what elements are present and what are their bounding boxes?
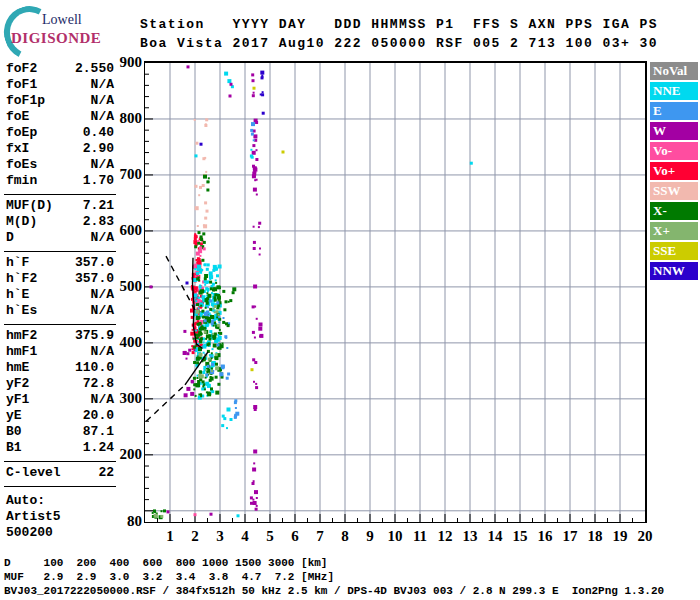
y-axis-tick-label: 800 bbox=[108, 110, 142, 127]
legend-item: NoVal bbox=[650, 62, 698, 80]
param-row: B11.24 bbox=[4, 440, 116, 456]
y-axis-tick-label: 400 bbox=[108, 334, 142, 351]
legend-item: Vo- bbox=[650, 142, 698, 160]
param-label: B0 bbox=[6, 424, 22, 440]
x-axis-tick-label: 15 bbox=[507, 528, 533, 545]
param-label: MUF(D) bbox=[6, 198, 53, 214]
param-panel: foF22.550foF1N/AfoF1pN/AfoEN/AfoEp0.40fx… bbox=[4, 60, 116, 541]
param-label: foE bbox=[6, 109, 29, 125]
legend-item: E bbox=[650, 102, 698, 120]
x-axis-tick-label: 1 bbox=[157, 528, 183, 545]
param-row: MUF(D)7.21 bbox=[4, 198, 116, 214]
lowell-digisonde-logo: Lowell DIGISONDE bbox=[2, 4, 132, 54]
y-axis-tick-label: 300 bbox=[108, 390, 142, 407]
param-label: hmF2 bbox=[6, 328, 37, 344]
x-axis-tick-label: 5 bbox=[257, 528, 283, 545]
param-value: 22 bbox=[98, 465, 114, 481]
legend-item: NNW bbox=[650, 262, 698, 280]
param-label: yF2 bbox=[6, 376, 29, 392]
param-row: hmF1N/A bbox=[4, 344, 116, 360]
param-group: foF22.550foF1N/AfoF1pN/AfoEN/AfoEp0.40fx… bbox=[4, 60, 116, 192]
x-axis-tick-label: 11 bbox=[407, 528, 433, 545]
param-label: h`F2 bbox=[6, 271, 37, 287]
param-label: D bbox=[6, 230, 14, 246]
param-label: foF1p bbox=[6, 93, 45, 109]
station-header: Station YYYY DAY DDD HHMMSS P1 FFS S AXN… bbox=[140, 15, 658, 53]
logo-text-lowell: Lowell bbox=[42, 12, 82, 28]
legend-item: Vo+ bbox=[650, 162, 698, 180]
ionogram-app: Lowell DIGISONDE Station YYYY DAY DDD HH… bbox=[0, 0, 700, 600]
param-row: M(D)2.83 bbox=[4, 214, 116, 230]
param-row: yF272.8 bbox=[4, 376, 116, 392]
legend-item: W bbox=[650, 122, 698, 140]
param-row: yF1N/A bbox=[4, 392, 116, 408]
param-label: h`Es bbox=[6, 303, 37, 319]
header-values-line: Boa Vista 2017 Aug10 222 050000 RSF 005 … bbox=[140, 34, 658, 53]
x-axis-tick-label: 2 bbox=[182, 528, 208, 545]
param-label: M(D) bbox=[6, 214, 37, 230]
legend-item: X+ bbox=[650, 222, 698, 240]
x-axis-tick-label: 4 bbox=[232, 528, 258, 545]
autoscaling-info: Auto:Artist5500200 bbox=[4, 493, 116, 541]
x-axis-tick-label: 12 bbox=[432, 528, 458, 545]
param-row: hmE110.0 bbox=[4, 360, 116, 376]
param-label: yE bbox=[6, 408, 22, 424]
param-value: 357.0 bbox=[75, 255, 114, 271]
param-row: foEsN/A bbox=[4, 157, 116, 173]
param-label: foF1 bbox=[6, 77, 37, 93]
y-axis-tick-label: 600 bbox=[108, 222, 142, 239]
param-row: C-level22 bbox=[4, 465, 116, 481]
param-value: N/A bbox=[91, 77, 114, 93]
legend-item: SSW bbox=[650, 182, 698, 200]
param-row: h`F357.0 bbox=[4, 255, 116, 271]
param-group: h`F357.0h`F2357.0h`EN/Ah`EsN/A bbox=[4, 251, 116, 322]
x-axis-tick-label: 17 bbox=[557, 528, 583, 545]
param-row: foF1pN/A bbox=[4, 93, 116, 109]
param-label: foF2 bbox=[6, 61, 37, 77]
param-group: C-level22 bbox=[4, 461, 116, 484]
param-row: DN/A bbox=[4, 230, 116, 246]
x-axis-tick-label: 6 bbox=[282, 528, 308, 545]
param-row: yE20.0 bbox=[4, 408, 116, 424]
param-value: 20.0 bbox=[83, 408, 114, 424]
x-axis-tick-label: 7 bbox=[307, 528, 333, 545]
x-axis-tick-label: 18 bbox=[582, 528, 608, 545]
param-value: N/A bbox=[91, 303, 114, 319]
header-columns-line: Station YYYY DAY DDD HHMMSS P1 FFS S AXN… bbox=[140, 15, 658, 34]
param-row: hmF2375.9 bbox=[4, 328, 116, 344]
legend-item: NNE bbox=[650, 82, 698, 100]
param-row: fmin1.70 bbox=[4, 173, 116, 189]
x-axis-tick-label: 20 bbox=[632, 528, 658, 545]
param-row: B087.1 bbox=[4, 424, 116, 440]
logo-text-digisonde: DIGISONDE bbox=[11, 30, 101, 47]
param-group: MUF(D)7.21M(D)2.83DN/A bbox=[4, 194, 116, 249]
param-value: N/A bbox=[91, 93, 114, 109]
x-axis-tick-label: 19 bbox=[607, 528, 633, 545]
param-label: foEp bbox=[6, 125, 37, 141]
x-axis-tick-label: 14 bbox=[482, 528, 508, 545]
x-axis-tick-label: 9 bbox=[357, 528, 383, 545]
autoscaling-line: Auto: bbox=[4, 493, 116, 509]
param-row: foF1N/A bbox=[4, 77, 116, 93]
autoscaling-line: 500200 bbox=[4, 525, 116, 541]
param-label: fxI bbox=[6, 141, 29, 157]
param-label: fmin bbox=[6, 173, 37, 189]
x-axis-tick-label: 13 bbox=[457, 528, 483, 545]
param-label: hmF1 bbox=[6, 344, 37, 360]
y-axis-tick-label: 80 bbox=[108, 513, 142, 530]
param-label: foEs bbox=[6, 157, 37, 173]
param-row: h`EN/A bbox=[4, 287, 116, 303]
y-axis-tick-label: 500 bbox=[108, 278, 142, 295]
legend-item: SSE bbox=[650, 242, 698, 260]
param-value: 87.1 bbox=[83, 424, 114, 440]
param-separator bbox=[4, 486, 116, 487]
param-label: C-level bbox=[6, 465, 61, 481]
param-row: foF22.550 bbox=[4, 61, 116, 77]
ionogram-plot bbox=[144, 61, 647, 523]
param-label: hmE bbox=[6, 360, 29, 376]
param-label: B1 bbox=[6, 440, 22, 456]
param-value: 0.40 bbox=[83, 125, 114, 141]
param-label: yF1 bbox=[6, 392, 29, 408]
muf-row: MUF 2.9 2.9 3.0 3.2 3.4 3.8 4.7 7.2 [MHz… bbox=[4, 570, 664, 584]
x-axis-tick-label: 16 bbox=[532, 528, 558, 545]
